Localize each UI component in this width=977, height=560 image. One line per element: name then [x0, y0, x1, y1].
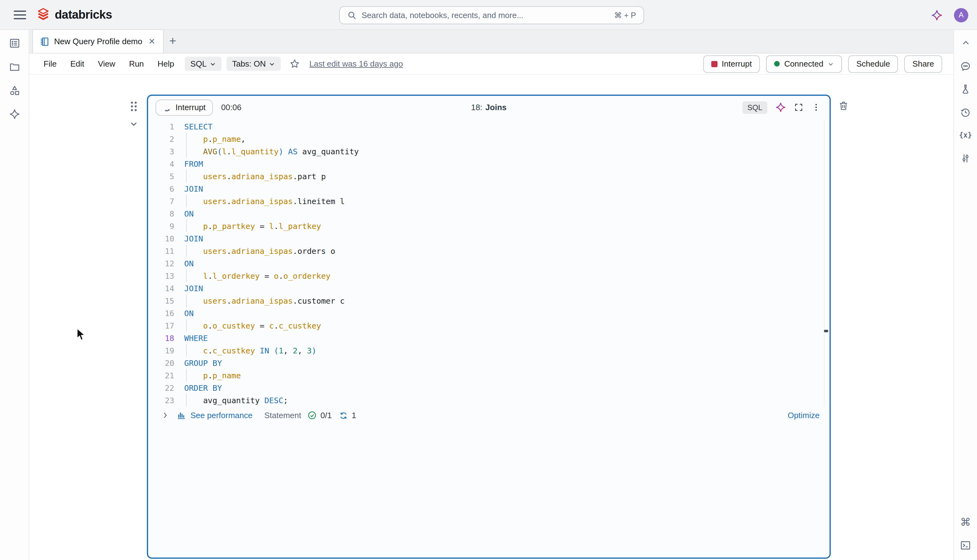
menu-file[interactable]: File: [38, 57, 62, 71]
editor-scrollbar-thumb[interactable]: [824, 330, 828, 332]
line-content: users.adriana_ispas.part p: [174, 172, 326, 181]
assistant-sparkle-icon[interactable]: [931, 9, 943, 21]
cell-interrupt-button[interactable]: Interrupt: [155, 99, 213, 115]
comments-icon[interactable]: [959, 60, 972, 72]
indent-guide: [186, 394, 187, 406]
code-line[interactable]: 13 l.l_orderkey = o.o_orderkey: [148, 269, 830, 282]
indent-guide: [186, 170, 187, 182]
cell-assistant-sparkle-icon[interactable]: [775, 102, 786, 113]
code-line[interactable]: 6JOIN: [148, 182, 830, 195]
code-line[interactable]: 4FROM: [148, 157, 830, 170]
fullscreen-icon[interactable]: [794, 103, 804, 112]
tab-new-query-profile-demo[interactable]: New Query Profile demo ✕: [32, 29, 163, 53]
sql-cell[interactable]: Interrupt 00:06 18:Joins SQL: [147, 95, 831, 559]
left-sidebar-rail: [0, 30, 29, 560]
code-line[interactable]: 21 p.p_name: [148, 369, 830, 382]
line-content: ON: [174, 209, 193, 218]
interrupt-button[interactable]: Interrupt: [703, 55, 760, 72]
share-label: Share: [913, 59, 934, 68]
databricks-logo[interactable]: databricks: [36, 7, 112, 22]
menu-run[interactable]: Run: [123, 57, 150, 71]
menu-edit[interactable]: Edit: [65, 57, 90, 71]
schedule-button[interactable]: Schedule: [848, 55, 898, 72]
code-line[interactable]: 17 o.o_custkey = c.c_custkey: [148, 319, 830, 332]
code-line[interactable]: 14JOIN: [148, 282, 830, 294]
line-content: p.p_name,: [174, 134, 245, 143]
indent-guide: [186, 294, 187, 307]
search-placeholder: Search data, notebooks, recents, and mor…: [362, 11, 609, 20]
code-line[interactable]: 8ON: [148, 207, 830, 220]
environment-sliders-icon[interactable]: [959, 152, 972, 164]
notebook-toc-icon[interactable]: [8, 37, 20, 49]
code-line[interactable]: 2 p.p_name,: [148, 133, 830, 145]
cell-index: 18:: [471, 103, 482, 112]
cell-drag-handle[interactable]: [130, 101, 138, 112]
line-number: 9: [148, 221, 174, 230]
code-line[interactable]: 10JOIN: [148, 232, 830, 245]
favorite-star-icon[interactable]: [289, 58, 300, 69]
cell-header: Interrupt 00:06 18:Joins SQL: [148, 96, 830, 119]
line-number: 6: [148, 184, 174, 193]
sql-code-editor[interactable]: 1SELECT2 p.p_name,3 AVG(l.l_quantity) AS…: [148, 119, 830, 406]
see-performance-link[interactable]: See performance: [177, 411, 252, 420]
code-line[interactable]: 20GROUP BY: [148, 357, 830, 369]
global-search-input[interactable]: Search data, notebooks, recents, and mor…: [339, 6, 644, 24]
hamburger-menu-icon[interactable]: [14, 8, 26, 22]
line-number: 19: [148, 346, 174, 355]
menu-help[interactable]: Help: [152, 57, 180, 71]
code-line[interactable]: 18WHERE: [148, 332, 830, 344]
indent-guide: [186, 133, 187, 145]
tabs-toggle[interactable]: Tabs: ON: [227, 57, 281, 71]
code-line[interactable]: 5 users.adriana_ispas.part p: [148, 170, 830, 182]
code-line[interactable]: 11 users.adriana_ispas.orders o: [148, 245, 830, 257]
line-content: JOIN: [174, 184, 203, 193]
line-content: ON: [174, 258, 193, 268]
keyboard-shortcuts-icon[interactable]: ⌘: [959, 516, 972, 528]
experiments-flask-icon[interactable]: [959, 83, 972, 95]
results-expand-chevron-icon[interactable]: [161, 411, 169, 419]
code-line[interactable]: 12ON: [148, 257, 830, 269]
cell-title: 18:Joins: [148, 103, 830, 112]
language-selector[interactable]: SQL: [185, 57, 222, 71]
user-avatar[interactable]: A: [954, 8, 968, 22]
notebook-menu-bar: File Edit View Run Help SQL Tabs: ON Las…: [29, 53, 954, 75]
line-number: 18: [148, 333, 174, 343]
statement-running-count: 1: [352, 411, 356, 420]
brand-text: databricks: [55, 8, 112, 22]
new-tab-button[interactable]: +: [163, 29, 182, 53]
last-edit-link[interactable]: Last edit was 16 days ago: [309, 59, 403, 68]
cell-kebab-menu-icon[interactable]: [812, 103, 821, 112]
code-line[interactable]: 16ON: [148, 307, 830, 319]
editor-scrollbar-track: [824, 120, 825, 407]
cell-language-badge[interactable]: SQL: [742, 101, 767, 113]
line-number: 8: [148, 209, 174, 218]
menu-view[interactable]: View: [92, 57, 121, 71]
code-line[interactable]: 7 users.adriana_ispas.lineitem l: [148, 195, 830, 207]
line-number: 4: [148, 159, 174, 168]
line-number: 23: [148, 395, 174, 405]
variables-icon[interactable]: {x}: [959, 129, 972, 141]
code-line[interactable]: 19 c.c_custkey IN (1, 2, 3): [148, 344, 830, 357]
code-line[interactable]: 9 p.p_partkey = l.l_partkey: [148, 220, 830, 232]
cell-run-timer: 00:06: [221, 103, 242, 112]
cell-collapse-chevron-icon[interactable]: [129, 119, 139, 129]
code-line[interactable]: 23 avg_quantity DESC;: [148, 394, 830, 406]
share-button[interactable]: Share: [905, 55, 942, 72]
folder-icon[interactable]: [8, 60, 20, 73]
optimize-link[interactable]: Optimize: [787, 411, 820, 420]
version-history-icon[interactable]: [959, 106, 972, 118]
databricks-logo-icon: [36, 7, 50, 22]
delete-cell-trash-icon[interactable]: [838, 100, 849, 112]
line-content: JOIN: [174, 233, 203, 243]
terminal-icon[interactable]: [959, 539, 972, 551]
compute-selector[interactable]: Connected: [766, 55, 842, 72]
code-line[interactable]: 3 AVG(l.l_quantity) AS avg_quantity: [148, 145, 830, 157]
code-line[interactable]: 22ORDER BY: [148, 382, 830, 394]
collapse-panel-icon[interactable]: [959, 37, 972, 49]
catalog-shapes-icon[interactable]: [8, 84, 20, 97]
tab-close-icon[interactable]: ✕: [147, 37, 157, 46]
running-refresh-icon: [339, 411, 348, 420]
genie-sparkle-icon[interactable]: [8, 108, 20, 120]
code-line[interactable]: 15 users.adriana_ispas.customer c: [148, 294, 830, 307]
code-line[interactable]: 1SELECT: [148, 120, 830, 133]
